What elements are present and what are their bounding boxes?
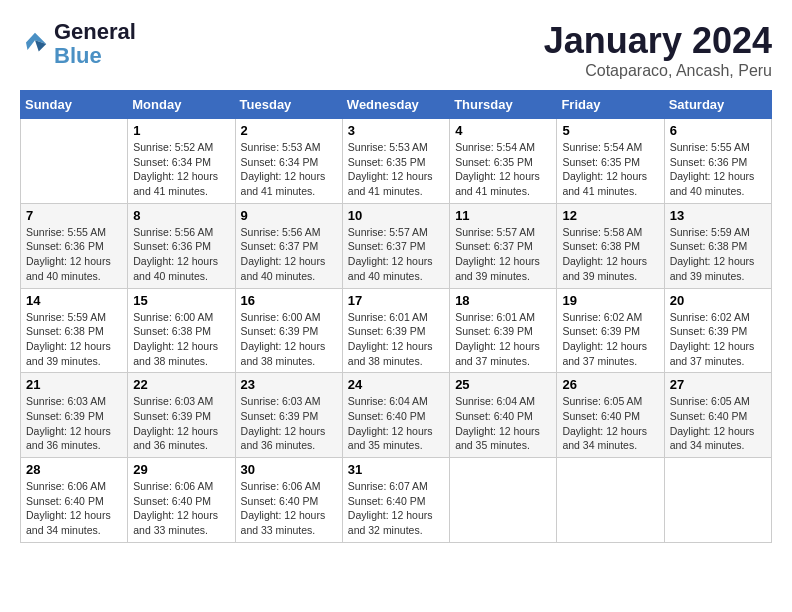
cell-content: Sunrise: 5:53 AMSunset: 6:35 PMDaylight:… — [348, 140, 444, 199]
cell-content: Sunrise: 6:05 AMSunset: 6:40 PMDaylight:… — [562, 394, 658, 453]
calendar-week-row: 28Sunrise: 6:06 AMSunset: 6:40 PMDayligh… — [21, 458, 772, 543]
day-number: 2 — [241, 123, 337, 138]
calendar-cell: 9Sunrise: 5:56 AMSunset: 6:37 PMDaylight… — [235, 203, 342, 288]
calendar-cell: 2Sunrise: 5:53 AMSunset: 6:34 PMDaylight… — [235, 119, 342, 204]
day-number: 18 — [455, 293, 551, 308]
day-number: 16 — [241, 293, 337, 308]
calendar-cell: 17Sunrise: 6:01 AMSunset: 6:39 PMDayligh… — [342, 288, 449, 373]
cell-content: Sunrise: 6:06 AMSunset: 6:40 PMDaylight:… — [133, 479, 229, 538]
cell-content: Sunrise: 5:56 AMSunset: 6:36 PMDaylight:… — [133, 225, 229, 284]
day-number: 25 — [455, 377, 551, 392]
logo-text: General Blue — [54, 20, 136, 68]
calendar-cell: 5Sunrise: 5:54 AMSunset: 6:35 PMDaylight… — [557, 119, 664, 204]
cell-content: Sunrise: 6:05 AMSunset: 6:40 PMDaylight:… — [670, 394, 766, 453]
day-number: 1 — [133, 123, 229, 138]
cell-content: Sunrise: 5:59 AMSunset: 6:38 PMDaylight:… — [670, 225, 766, 284]
calendar-cell: 16Sunrise: 6:00 AMSunset: 6:39 PMDayligh… — [235, 288, 342, 373]
calendar-cell: 27Sunrise: 6:05 AMSunset: 6:40 PMDayligh… — [664, 373, 771, 458]
calendar-cell: 10Sunrise: 5:57 AMSunset: 6:37 PMDayligh… — [342, 203, 449, 288]
weekday-header: Tuesday — [235, 91, 342, 119]
cell-content: Sunrise: 6:04 AMSunset: 6:40 PMDaylight:… — [348, 394, 444, 453]
day-number: 9 — [241, 208, 337, 223]
calendar-cell: 20Sunrise: 6:02 AMSunset: 6:39 PMDayligh… — [664, 288, 771, 373]
calendar-cell — [21, 119, 128, 204]
calendar-cell: 18Sunrise: 6:01 AMSunset: 6:39 PMDayligh… — [450, 288, 557, 373]
cell-content: Sunrise: 6:03 AMSunset: 6:39 PMDaylight:… — [26, 394, 122, 453]
weekday-header: Wednesday — [342, 91, 449, 119]
cell-content: Sunrise: 5:52 AMSunset: 6:34 PMDaylight:… — [133, 140, 229, 199]
weekday-header: Monday — [128, 91, 235, 119]
calendar-cell: 6Sunrise: 5:55 AMSunset: 6:36 PMDaylight… — [664, 119, 771, 204]
cell-content: Sunrise: 5:55 AMSunset: 6:36 PMDaylight:… — [670, 140, 766, 199]
cell-content: Sunrise: 5:54 AMSunset: 6:35 PMDaylight:… — [455, 140, 551, 199]
calendar-cell: 13Sunrise: 5:59 AMSunset: 6:38 PMDayligh… — [664, 203, 771, 288]
logo-icon — [20, 29, 50, 59]
cell-content: Sunrise: 6:02 AMSunset: 6:39 PMDaylight:… — [670, 310, 766, 369]
cell-content: Sunrise: 5:59 AMSunset: 6:38 PMDaylight:… — [26, 310, 122, 369]
calendar-cell: 11Sunrise: 5:57 AMSunset: 6:37 PMDayligh… — [450, 203, 557, 288]
calendar-cell: 25Sunrise: 6:04 AMSunset: 6:40 PMDayligh… — [450, 373, 557, 458]
calendar-week-row: 21Sunrise: 6:03 AMSunset: 6:39 PMDayligh… — [21, 373, 772, 458]
title-block: January 2024 Cotaparaco, Ancash, Peru — [544, 20, 772, 80]
calendar-body: 1Sunrise: 5:52 AMSunset: 6:34 PMDaylight… — [21, 119, 772, 543]
calendar-cell: 7Sunrise: 5:55 AMSunset: 6:36 PMDaylight… — [21, 203, 128, 288]
day-number: 10 — [348, 208, 444, 223]
day-number: 17 — [348, 293, 444, 308]
day-number: 26 — [562, 377, 658, 392]
day-number: 12 — [562, 208, 658, 223]
calendar-table: SundayMondayTuesdayWednesdayThursdayFrid… — [20, 90, 772, 543]
calendar-week-row: 14Sunrise: 5:59 AMSunset: 6:38 PMDayligh… — [21, 288, 772, 373]
calendar-cell: 28Sunrise: 6:06 AMSunset: 6:40 PMDayligh… — [21, 458, 128, 543]
day-number: 3 — [348, 123, 444, 138]
day-number: 11 — [455, 208, 551, 223]
day-number: 24 — [348, 377, 444, 392]
calendar-cell: 23Sunrise: 6:03 AMSunset: 6:39 PMDayligh… — [235, 373, 342, 458]
day-number: 19 — [562, 293, 658, 308]
calendar-cell: 15Sunrise: 6:00 AMSunset: 6:38 PMDayligh… — [128, 288, 235, 373]
calendar-cell: 24Sunrise: 6:04 AMSunset: 6:40 PMDayligh… — [342, 373, 449, 458]
day-number: 29 — [133, 462, 229, 477]
day-number: 6 — [670, 123, 766, 138]
day-number: 15 — [133, 293, 229, 308]
cell-content: Sunrise: 5:54 AMSunset: 6:35 PMDaylight:… — [562, 140, 658, 199]
calendar-cell — [664, 458, 771, 543]
day-number: 7 — [26, 208, 122, 223]
calendar-cell: 4Sunrise: 5:54 AMSunset: 6:35 PMDaylight… — [450, 119, 557, 204]
day-number: 13 — [670, 208, 766, 223]
calendar-cell — [557, 458, 664, 543]
cell-content: Sunrise: 6:06 AMSunset: 6:40 PMDaylight:… — [26, 479, 122, 538]
calendar-cell: 21Sunrise: 6:03 AMSunset: 6:39 PMDayligh… — [21, 373, 128, 458]
day-number: 22 — [133, 377, 229, 392]
calendar-cell: 30Sunrise: 6:06 AMSunset: 6:40 PMDayligh… — [235, 458, 342, 543]
cell-content: Sunrise: 6:04 AMSunset: 6:40 PMDaylight:… — [455, 394, 551, 453]
calendar-week-row: 1Sunrise: 5:52 AMSunset: 6:34 PMDaylight… — [21, 119, 772, 204]
day-number: 21 — [26, 377, 122, 392]
cell-content: Sunrise: 6:00 AMSunset: 6:39 PMDaylight:… — [241, 310, 337, 369]
logo: General Blue — [20, 20, 136, 68]
calendar-cell: 14Sunrise: 5:59 AMSunset: 6:38 PMDayligh… — [21, 288, 128, 373]
day-number: 14 — [26, 293, 122, 308]
cell-content: Sunrise: 6:03 AMSunset: 6:39 PMDaylight:… — [241, 394, 337, 453]
cell-content: Sunrise: 5:58 AMSunset: 6:38 PMDaylight:… — [562, 225, 658, 284]
cell-content: Sunrise: 6:03 AMSunset: 6:39 PMDaylight:… — [133, 394, 229, 453]
cell-content: Sunrise: 6:01 AMSunset: 6:39 PMDaylight:… — [348, 310, 444, 369]
day-number: 28 — [26, 462, 122, 477]
calendar-week-row: 7Sunrise: 5:55 AMSunset: 6:36 PMDaylight… — [21, 203, 772, 288]
day-number: 23 — [241, 377, 337, 392]
cell-content: Sunrise: 6:07 AMSunset: 6:40 PMDaylight:… — [348, 479, 444, 538]
cell-content: Sunrise: 6:00 AMSunset: 6:38 PMDaylight:… — [133, 310, 229, 369]
day-number: 30 — [241, 462, 337, 477]
month-title: January 2024 — [544, 20, 772, 62]
cell-content: Sunrise: 5:56 AMSunset: 6:37 PMDaylight:… — [241, 225, 337, 284]
calendar-cell: 26Sunrise: 6:05 AMSunset: 6:40 PMDayligh… — [557, 373, 664, 458]
calendar-cell: 29Sunrise: 6:06 AMSunset: 6:40 PMDayligh… — [128, 458, 235, 543]
calendar-cell: 22Sunrise: 6:03 AMSunset: 6:39 PMDayligh… — [128, 373, 235, 458]
calendar-cell: 12Sunrise: 5:58 AMSunset: 6:38 PMDayligh… — [557, 203, 664, 288]
weekday-header: Saturday — [664, 91, 771, 119]
weekday-row: SundayMondayTuesdayWednesdayThursdayFrid… — [21, 91, 772, 119]
calendar-cell: 8Sunrise: 5:56 AMSunset: 6:36 PMDaylight… — [128, 203, 235, 288]
day-number: 27 — [670, 377, 766, 392]
cell-content: Sunrise: 5:53 AMSunset: 6:34 PMDaylight:… — [241, 140, 337, 199]
cell-content: Sunrise: 5:57 AMSunset: 6:37 PMDaylight:… — [455, 225, 551, 284]
day-number: 20 — [670, 293, 766, 308]
